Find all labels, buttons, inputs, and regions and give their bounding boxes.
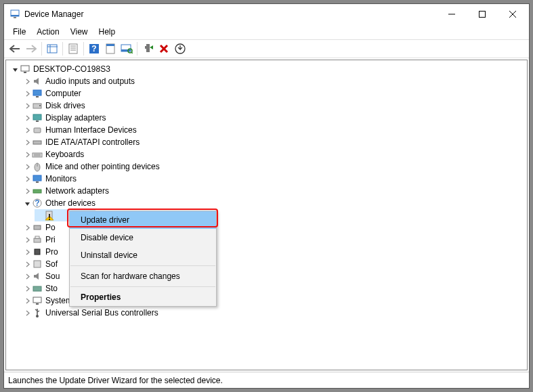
monitor-icon (32, 88, 43, 99)
show-hide-tree-button[interactable] (44, 41, 60, 57)
context-menu: Update driver Disable device Uninstall d… (69, 211, 217, 307)
uninstall-device-button[interactable] (156, 41, 172, 57)
svg-rect-25 (21, 66, 29, 71)
tree-category[interactable]: Human Interface Devices (7, 124, 526, 136)
status-text: Launches the Update Driver Wizard for th… (8, 376, 223, 385)
chevron-right-icon[interactable] (22, 225, 32, 231)
tree-pane[interactable]: DESKTOP-CO198S3 Audio inputs and outputs… (5, 60, 528, 370)
ctx-scan-hardware[interactable]: Scan for hardware changes (70, 267, 216, 285)
menu-action[interactable]: Action (32, 26, 64, 38)
statusbar: Launches the Update Driver Wizard for th… (4, 372, 529, 388)
scan-hardware-button[interactable] (119, 41, 135, 57)
chevron-down-icon[interactable] (22, 200, 32, 206)
chevron-right-icon[interactable] (22, 286, 32, 292)
help-button[interactable]: ? (86, 41, 102, 57)
speaker-icon (32, 271, 43, 282)
tree-label: IDE ATA/ATAPI controllers (45, 137, 140, 147)
svg-rect-40 (33, 175, 41, 181)
tree-category-other-devices[interactable]: ?Other devices (7, 197, 526, 209)
svg-rect-47 (34, 225, 41, 230)
tree-root[interactable]: DESKTOP-CO198S3 (7, 63, 526, 75)
svg-rect-54 (36, 303, 39, 305)
tree-category[interactable]: IDE ATA/ATAPI controllers (7, 136, 526, 148)
tree-label: Universal Serial Bus controllers (45, 308, 158, 318)
enable-device-button[interactable] (140, 41, 156, 57)
svg-rect-42 (33, 190, 41, 193)
ctx-update-driver[interactable]: Update driver (70, 211, 216, 229)
tree-label: Mice and other pointing devices (45, 162, 160, 171)
svg-text:?: ? (91, 44, 96, 53)
ctx-uninstall-device[interactable]: Uninstall device (70, 246, 216, 264)
tree-label: Po (45, 223, 56, 232)
chevron-right-icon[interactable] (22, 274, 32, 280)
chevron-right-icon[interactable] (22, 298, 32, 304)
svg-rect-33 (34, 128, 41, 133)
chevron-right-icon[interactable] (22, 249, 32, 255)
forward-button[interactable] (23, 41, 39, 57)
tree-category[interactable]: Universal Serial Bus controllers (7, 307, 526, 319)
svg-rect-1 (11, 15, 19, 16)
tree-category[interactable]: Keyboards (7, 148, 526, 160)
window-title: Device Manager (24, 9, 436, 19)
tree-category[interactable]: Monitors (7, 173, 526, 185)
chevron-right-icon[interactable] (22, 152, 32, 158)
svg-rect-48 (34, 238, 41, 242)
tree-label: Disk drives (45, 101, 85, 110)
toolbar-separator (41, 42, 42, 56)
svg-rect-35 (33, 153, 42, 157)
other-devices-icon: ? (32, 198, 43, 209)
close-button[interactable] (497, 5, 528, 24)
tree-category[interactable]: Audio inputs and outputs (7, 75, 526, 87)
chevron-down-icon[interactable] (10, 66, 20, 72)
chevron-right-icon[interactable] (22, 261, 32, 267)
svg-rect-4 (479, 12, 485, 18)
tree-label: Keyboards (45, 150, 84, 159)
chevron-right-icon[interactable] (22, 115, 32, 121)
chevron-right-icon[interactable] (22, 176, 32, 182)
system-icon (32, 295, 43, 306)
minimize-button[interactable] (436, 5, 467, 24)
svg-rect-52 (33, 286, 41, 291)
chevron-right-icon[interactable] (22, 103, 32, 109)
svg-text:?: ? (35, 198, 39, 208)
svg-rect-49 (35, 236, 39, 238)
menu-help[interactable]: Help (94, 26, 121, 38)
computer-icon (20, 64, 30, 74)
chevron-right-icon[interactable] (22, 79, 32, 85)
back-button[interactable] (7, 41, 23, 57)
tree-category[interactable]: Network adapters (7, 185, 526, 197)
menu-file[interactable]: File (8, 26, 30, 38)
unknown-device-warning-icon: ! (44, 210, 55, 221)
tree-category[interactable]: Disk drives (7, 100, 526, 112)
menu-view[interactable]: View (66, 26, 93, 38)
svg-rect-10 (69, 44, 77, 53)
chevron-right-icon[interactable] (22, 237, 32, 243)
chevron-right-icon[interactable] (22, 139, 32, 146)
port-icon (32, 222, 43, 233)
svg-rect-23 (145, 46, 147, 49)
cpu-icon (32, 246, 43, 257)
scan-changes-button[interactable] (172, 41, 188, 57)
chevron-right-icon[interactable] (22, 164, 32, 170)
tree-category[interactable]: Computer (7, 87, 526, 100)
svg-rect-19 (121, 49, 131, 51)
toolbar-separator (83, 42, 84, 56)
maximize-button[interactable] (467, 5, 497, 24)
speaker-icon (32, 76, 43, 87)
drive-icon (32, 100, 43, 111)
tree-label: Display adapters (45, 113, 106, 123)
ctx-disable-device[interactable]: Disable device (70, 229, 216, 246)
svg-rect-17 (106, 44, 114, 46)
chevron-right-icon[interactable] (22, 127, 32, 133)
tree-category[interactable]: Display adapters (7, 112, 526, 124)
sheet-button[interactable] (102, 41, 119, 57)
tree-category[interactable]: Mice and other pointing devices (7, 160, 526, 173)
ctx-properties[interactable]: Properties (70, 288, 216, 306)
chevron-right-icon[interactable] (22, 91, 32, 97)
chevron-right-icon[interactable] (22, 310, 32, 316)
svg-rect-7 (47, 45, 57, 53)
properties-button[interactable] (65, 41, 81, 57)
chevron-right-icon[interactable] (22, 188, 32, 194)
usb-icon (32, 307, 43, 318)
tree-label: Human Interface Devices (45, 125, 137, 135)
